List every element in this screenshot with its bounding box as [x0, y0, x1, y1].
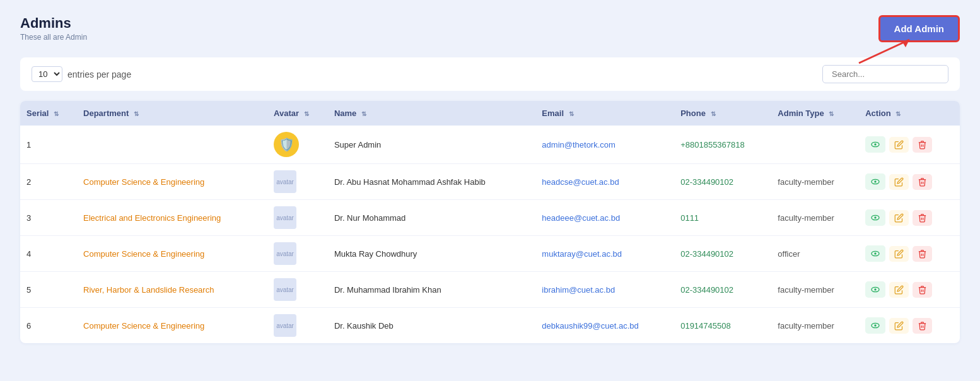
cell-admin-type [771, 126, 859, 164]
delete-button[interactable] [913, 174, 932, 190]
cell-serial: 5 [20, 272, 77, 308]
view-button[interactable] [865, 245, 885, 262]
name-sort-icon: ⇅ [361, 110, 366, 117]
avatar-sort-icon: ⇅ [304, 110, 309, 117]
cell-department [77, 126, 267, 164]
email-link[interactable]: headcse@cuet.ac.bd [542, 177, 619, 187]
cell-action [859, 272, 960, 308]
page-title: Admins [20, 15, 87, 32]
avatar: avatar [274, 242, 296, 265]
table-header-row: Serial ⇅ Department ⇅ Avatar ⇅ Name ⇅ Em… [20, 101, 960, 126]
table-row: 3Electrical and Electronics Engineeringa… [20, 200, 960, 236]
col-department: Department ⇅ [77, 101, 267, 126]
cell-phone: 01914745508 [674, 308, 771, 344]
cell-action [859, 200, 960, 236]
cell-phone: 02-334490102 [674, 236, 771, 272]
view-button[interactable] [865, 209, 885, 226]
department-link[interactable]: Computer Science & Engineering [83, 249, 204, 259]
avatar: avatar [274, 278, 296, 301]
department-link[interactable]: River, Harbor & Landslide Research [83, 285, 214, 295]
action-buttons [865, 317, 954, 334]
delete-button[interactable] [913, 282, 932, 298]
cell-avatar: 🛡️ [267, 126, 328, 164]
cell-department: Computer Science & Engineering [77, 236, 267, 272]
page-subtitle: These all are Admin [20, 33, 87, 42]
svg-point-13 [875, 324, 877, 326]
edit-button[interactable] [889, 137, 909, 153]
action-buttons [865, 245, 954, 262]
col-avatar: Avatar ⇅ [267, 101, 328, 126]
avatar: avatar [274, 314, 296, 337]
avatar: avatar [274, 206, 296, 229]
table-row: 1🛡️Super Adminadmin@thetork.com+88018553… [20, 126, 960, 164]
department-link[interactable]: Electrical and Electronics Engineering [83, 213, 221, 223]
edit-button[interactable] [889, 246, 909, 262]
email-link[interactable]: admin@thetork.com [542, 140, 615, 149]
edit-button[interactable] [889, 318, 909, 334]
edit-button[interactable] [889, 174, 909, 190]
cell-department: River, Harbor & Landslide Research [77, 272, 267, 308]
delete-button[interactable] [913, 246, 932, 262]
view-button[interactable] [865, 173, 885, 190]
col-admin-type: Admin Type ⇅ [771, 101, 859, 126]
email-link[interactable]: ibrahim@cuet.ac.bd [542, 285, 615, 295]
cell-admin-type: faculty-member [771, 272, 859, 308]
cell-email: ibrahim@cuet.ac.bd [535, 272, 674, 308]
svg-point-7 [875, 216, 877, 218]
department-link[interactable]: Computer Science & Engineering [83, 177, 204, 187]
admins-table: Serial ⇅ Department ⇅ Avatar ⇅ Name ⇅ Em… [20, 101, 960, 343]
delete-button[interactable] [913, 318, 932, 334]
cell-admin-type: faculty-member [771, 308, 859, 344]
cell-avatar: avatar [267, 200, 328, 236]
cell-phone: 02-334490102 [674, 164, 771, 200]
cell-phone: +8801855367818 [674, 126, 771, 164]
email-link[interactable]: debkaushik99@cuet.ac.bd [542, 321, 638, 331]
svg-line-0 [859, 40, 909, 63]
cell-admin-type: faculty-member [771, 200, 859, 236]
edit-button[interactable] [889, 210, 909, 226]
cell-serial: 3 [20, 200, 77, 236]
cell-action [859, 236, 960, 272]
svg-point-9 [875, 252, 877, 254]
cell-avatar: avatar [267, 164, 328, 200]
department-sort-icon: ⇅ [134, 110, 139, 117]
cell-phone: 02-334490102 [674, 272, 771, 308]
svg-point-5 [875, 180, 877, 182]
search-input[interactable] [822, 65, 948, 83]
delete-button[interactable] [913, 137, 932, 153]
cell-admin-type: officer [771, 236, 859, 272]
email-sort-icon: ⇅ [569, 110, 574, 117]
cell-department: Electrical and Electronics Engineering [77, 200, 267, 236]
delete-button[interactable] [913, 210, 932, 226]
admins-table-container: Serial ⇅ Department ⇅ Avatar ⇅ Name ⇅ Em… [20, 101, 960, 343]
view-button[interactable] [865, 281, 885, 298]
cell-name: Dr. Muhammad Ibrahim Khan [328, 272, 535, 308]
avatar: avatar [274, 170, 296, 193]
avatar: 🛡️ [274, 132, 299, 157]
cell-email: headeee@cuet.ac.bd [535, 200, 674, 236]
edit-button[interactable] [889, 282, 909, 298]
entries-label: entries per page [67, 69, 131, 79]
email-link[interactable]: muktaray@cuet.ac.bd [542, 249, 622, 259]
serial-sort-icon: ⇅ [54, 110, 59, 117]
action-buttons [865, 209, 954, 226]
action-sort-icon: ⇅ [895, 110, 901, 117]
entries-select[interactable]: 10 25 50 [32, 66, 62, 82]
view-button[interactable] [865, 317, 885, 334]
col-email: Email ⇅ [535, 101, 674, 126]
department-link[interactable]: Computer Science & Engineering [83, 321, 204, 331]
table-row: 4Computer Science & EngineeringavatarMuk… [20, 236, 960, 272]
svg-point-11 [875, 288, 877, 290]
cell-name: Dr. Kaushik Deb [328, 308, 535, 344]
cell-name: Super Admin [328, 126, 535, 164]
cell-department: Computer Science & Engineering [77, 164, 267, 200]
action-buttons [865, 173, 954, 190]
cell-name: Dr. Nur Mohammad [328, 200, 535, 236]
controls-row: 10 25 50 entries per page [20, 57, 960, 91]
cell-action [859, 126, 960, 164]
cell-department: Computer Science & Engineering [77, 308, 267, 344]
page-header: Admins These all are Admin [20, 15, 87, 42]
cell-avatar: avatar [267, 308, 328, 344]
view-button[interactable] [865, 136, 885, 153]
email-link[interactable]: headeee@cuet.ac.bd [542, 213, 620, 223]
